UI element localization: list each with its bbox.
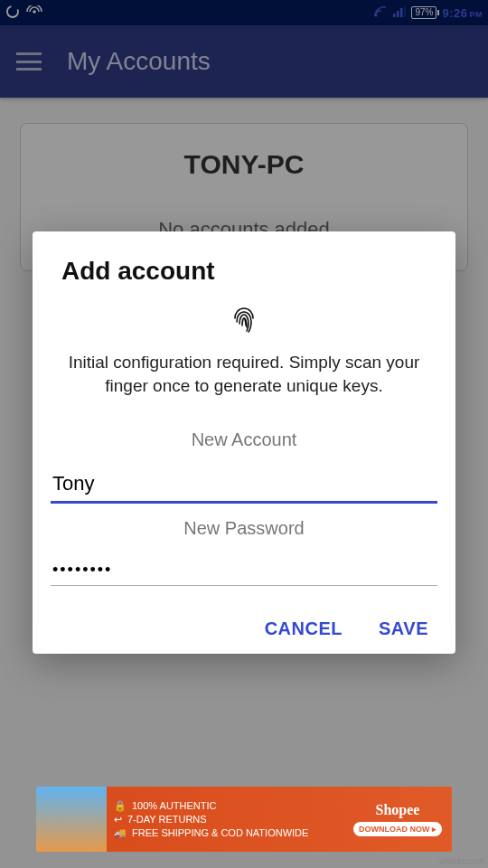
password-input[interactable]: [51, 555, 437, 586]
cancel-button[interactable]: CANCEL: [265, 618, 343, 639]
ad-image: [36, 787, 107, 852]
save-button[interactable]: SAVE: [379, 618, 428, 639]
account-input[interactable]: [51, 467, 437, 504]
dialog-title: Add account: [61, 257, 437, 286]
ad-cta-button[interactable]: DOWNLOAD NOW ▸: [353, 822, 442, 836]
watermark: wsxdn.com: [439, 856, 484, 866]
account-label: New Account: [51, 429, 437, 450]
fingerprint-icon: [51, 304, 437, 340]
ad-copy: 🔒100% AUTHENTIC ↩7-DAY RETURNS 🚚FREE SHI…: [107, 793, 343, 846]
dialog-actions: CANCEL SAVE: [51, 618, 437, 639]
password-label: New Password: [51, 518, 437, 539]
ad-line3: FREE SHIPPING & COD NATIONWIDE: [132, 827, 308, 838]
lock-icon: 🔒: [114, 800, 127, 812]
ad-brand: Shopee: [351, 802, 445, 818]
return-icon: ↩: [114, 814, 122, 826]
dialog-message: Initial configuration required. Simply s…: [51, 351, 437, 415]
ad-line2: 7-DAY RETURNS: [127, 814, 207, 825]
truck-icon: 🚚: [114, 827, 127, 839]
ad-banner[interactable]: 🔒100% AUTHENTIC ↩7-DAY RETURNS 🚚FREE SHI…: [36, 787, 452, 852]
add-account-dialog: Add account Initial configuration requir…: [33, 231, 455, 654]
ad-right: Shopee DOWNLOAD NOW ▸: [343, 798, 452, 840]
ad-line1: 100% AUTHENTIC: [132, 800, 217, 811]
